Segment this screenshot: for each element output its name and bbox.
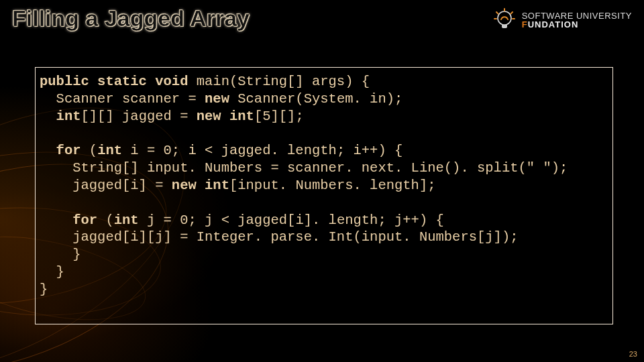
slide-title: Filling a Jagged Array (12, 5, 250, 32)
page-number: 23 (629, 350, 637, 358)
lightbulb-icon (492, 8, 517, 32)
code-container: public static void main(String[] args) {… (35, 67, 613, 324)
svg-line-2 (496, 12, 498, 14)
logo-text: SOFTWARE UNIVERSITY FUNDATION (522, 11, 632, 29)
svg-point-0 (498, 11, 511, 25)
svg-line-3 (511, 12, 513, 14)
logo: SOFTWARE UNIVERSITY FUNDATION (492, 8, 632, 32)
logo-line-2: FUNDATION (522, 20, 632, 29)
code-block: public static void main(String[] args) {… (40, 73, 608, 298)
